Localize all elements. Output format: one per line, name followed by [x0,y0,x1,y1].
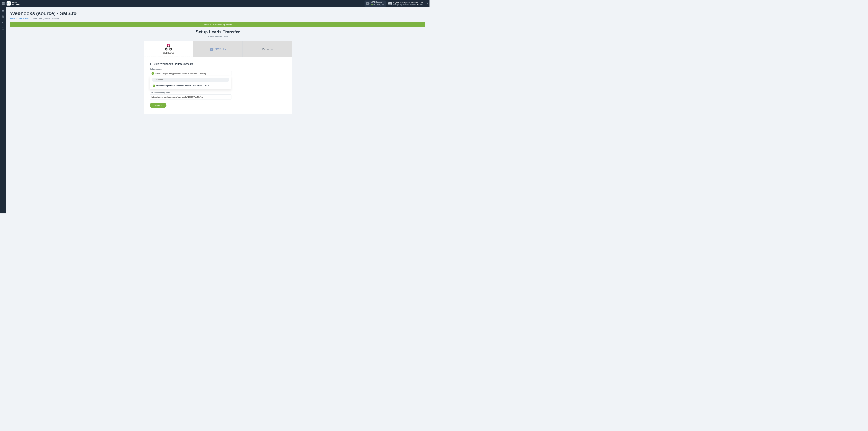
leads-usage-widget[interactable]: i LEADS usage: 13 of 2'000 (1%) [365,1,386,7]
user-menu[interactable]: regina.savemyleads@gmail.com Plan |Start… [388,1,424,6]
info-icon: i [366,2,370,5]
tab-webhooks[interactable]: webhooks [144,41,193,57]
user-text: regina.savemyleads@gmail.com Plan |Start… [393,1,424,6]
account-circle-icon [152,72,154,75]
svg-point-0 [390,3,391,4]
breadcrumb-current: Webhooks (source) - SMS.to [33,17,59,20]
tab-smsto[interactable]: SMS. to [193,41,243,57]
leads-usage-total: 2'000 [375,4,379,5]
step1-prefix: Select [153,62,160,65]
account-select[interactable]: Webhooks (source) (account added 12/15/2… [150,71,231,76]
breadcrumb-main[interactable]: Main [10,17,15,20]
avatar-icon [388,2,392,5]
account-option-label: Webhooks (source) (account added 12/15/2… [156,85,209,87]
leads-usage-pct: (1%) [380,4,384,5]
step1-bold: Webhooks (source) [160,62,184,65]
account-dropdown: Webhooks (source) (account added 12/15/2… [150,76,231,90]
brand-logo-icon[interactable] [7,1,11,6]
webhooks-icon [165,44,172,51]
menu-toggle-button[interactable] [2,2,5,5]
tab-smsto-label: SMS. to [215,48,226,51]
account-select-wrap: Webhooks (source) (account added 12/15/2… [150,71,231,89]
main-content: Webhooks (source) - SMS.to Main / Connec… [6,7,430,120]
chevron-down-icon[interactable]: ▼ [426,2,428,5]
sidebar-item-account[interactable] [1,27,4,30]
brand-line2: My Leads. [12,4,20,5]
svg-point-2 [2,27,3,28]
tab-preview[interactable]: Preview [243,41,292,57]
continue-button[interactable]: Continue [150,103,166,108]
sidebar: $ [0,7,6,213]
setup-heading: Setup Leads Transfer to SMS.to / Send SM… [10,29,425,37]
setup-subtitle: to SMS.to / Send SMS [10,35,425,37]
page-title: Webhooks (source) - SMS.to [10,11,425,17]
webhooks-logo: webhooks [163,44,174,54]
leads-usage-count: 13 [371,4,373,5]
envelope-icon [210,48,214,51]
step1-number: 1. [150,62,153,65]
url-label: URL for receiving data [150,91,286,94]
user-plan-suffix: days [419,4,424,5]
brand-name: Save My Leads. [12,2,20,5]
dropdown-search-wrap [152,78,229,82]
step1-suffix: account [184,62,193,65]
alert-success: Account successfully saved [10,22,425,27]
user-icon [2,27,4,30]
user-plan: Plan |Start| left until payment 365 days [393,4,424,6]
smsto-logo: SMS. to [210,48,226,51]
breadcrumb-sep: / [16,17,17,20]
setup-title: Setup Leads Transfer [10,29,425,34]
sidebar-item-billing[interactable]: $ [1,21,4,24]
user-plan-prefix: Plan |Start| left until payment [393,4,416,5]
step1-title: 1. Select Webhooks (source) account [150,62,286,65]
account-select-value: Webhooks (source) (account added 12/15/2… [155,72,206,75]
tab-preview-label: Preview [262,48,273,51]
user-plan-days: 365 [416,4,419,5]
sitemap-icon [2,15,4,18]
leads-usage-of: of [373,4,375,5]
user-email: regina.savemyleads@gmail.com [393,1,424,4]
home-icon [2,9,4,12]
topbar: Save My Leads. i LEADS usage: 13 of 2'00… [0,0,430,7]
account-option[interactable]: Webhooks (source) (account added 12/15/2… [152,83,229,88]
url-input[interactable] [150,94,231,100]
leads-usage-text: LEADS usage: 13 of 2'000 (1%) [371,1,384,6]
sidebar-item-connections[interactable] [1,15,4,18]
tab-webhooks-label: webhooks [163,51,174,54]
breadcrumb: Main / Connections / Webhooks (source) -… [10,17,425,20]
wizard-body: 1. Select Webhooks (source) account Sele… [144,57,292,114]
breadcrumb-sep: / [31,17,31,20]
leads-usage-label: LEADS usage: [371,1,384,4]
wizard-tabs: webhooks SMS. to Preview [144,41,292,57]
dollar-icon: $ [2,21,4,24]
account-circle-icon [153,84,155,87]
dropdown-search-input[interactable] [152,78,229,82]
wizard: webhooks SMS. to Preview 1. Select Webho… [144,41,292,114]
sidebar-item-home[interactable] [1,9,4,12]
svg-text:$: $ [2,22,4,24]
select-account-label: Select account [150,68,286,70]
breadcrumb-connections[interactable]: Connections [18,17,29,20]
